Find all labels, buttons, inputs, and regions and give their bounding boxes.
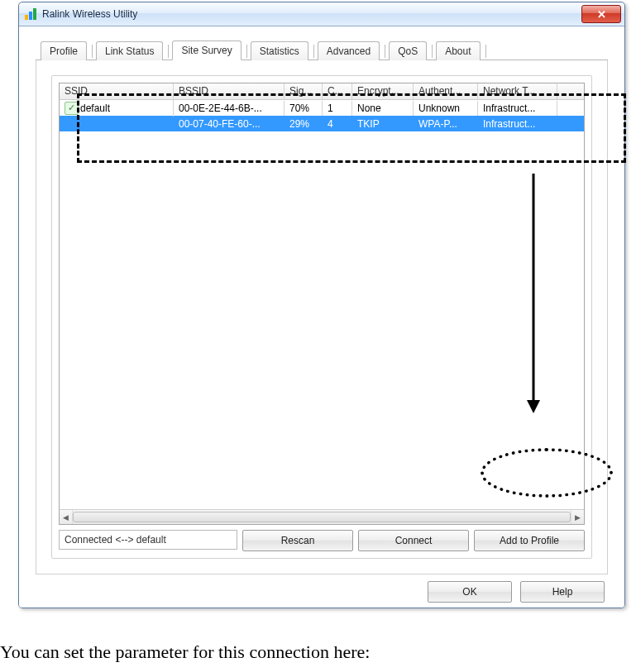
table-body: ✓default 00-0E-2E-44-6B-... 70% 1 None U… [60, 100, 584, 509]
svg-rect-0 [25, 15, 28, 20]
tab-label: About [445, 45, 471, 57]
table-header: SSID BSSID Sig... C... Encrypt... Authen… [60, 83, 584, 100]
cell-ssid [60, 122, 174, 126]
tab-bar: Profile Link Status Site Survey Statisti… [36, 40, 608, 60]
tab-about[interactable]: About [436, 41, 480, 60]
connected-icon: ✓ [65, 102, 79, 115]
network-list[interactable]: SSID BSSID Sig... C... Encrypt... Authen… [59, 83, 585, 525]
svg-rect-2 [33, 8, 36, 20]
button-label: Add to Profile [500, 535, 559, 546]
tab-advanced[interactable]: Advanced [318, 41, 380, 60]
rescan-button[interactable]: Rescan [242, 530, 353, 551]
tab-label: Advanced [327, 45, 371, 57]
cell-signal: 70% [285, 101, 323, 116]
tab-site-survey[interactable]: Site Survey [172, 41, 241, 60]
tab-separator [313, 45, 314, 58]
col-ssid[interactable]: SSID [60, 83, 174, 99]
site-survey-group: SSID BSSID Sig... C... Encrypt... Authen… [51, 75, 592, 559]
tab-separator [92, 45, 93, 58]
tab-separator [168, 45, 169, 58]
tab-label: QoS [398, 45, 418, 57]
tab-panel: SSID BSSID Sig... C... Encrypt... Authen… [36, 60, 608, 574]
action-row: Connected <--> default Rescan Connect Ad… [59, 530, 585, 551]
table-row[interactable]: 00-07-40-FE-60-... 29% 4 TKIP WPA-P... I… [60, 116, 584, 131]
col-bssid[interactable]: BSSID [174, 83, 285, 99]
col-signal[interactable]: Sig... [285, 83, 323, 99]
button-label: Rescan [281, 535, 315, 546]
titlebar[interactable]: Ralink Wireless Utility ✕ [19, 2, 624, 26]
table-row[interactable]: ✓default 00-0E-2E-44-6B-... 70% 1 None U… [60, 100, 584, 116]
scroll-left-icon[interactable]: ◀ [60, 510, 73, 524]
close-button[interactable]: ✕ [581, 5, 621, 23]
cell-network: Infrastruct... [478, 117, 557, 131]
cell-auth: WPA-P... [414, 117, 478, 131]
caption-text: You can set the parameter for this conne… [0, 641, 370, 663]
col-auth[interactable]: Authent... [414, 83, 478, 99]
tab-profile[interactable]: Profile [41, 41, 87, 60]
tab-label: Site Survey [181, 45, 232, 56]
button-label: Connect [395, 535, 433, 546]
app-window: Ralink Wireless Utility ✕ Profile Link S… [18, 2, 625, 608]
tab-separator [246, 45, 247, 58]
col-encrypt[interactable]: Encrypt... [352, 83, 414, 99]
tab-separator [432, 45, 433, 58]
status-text: Connected <--> default [59, 530, 237, 550]
client-area: Profile Link Status Site Survey Statisti… [19, 26, 624, 608]
dialog-buttons: OK Help [36, 574, 608, 603]
scroll-thumb[interactable] [73, 512, 571, 522]
cell-encrypt: TKIP [352, 117, 414, 131]
button-label: OK [462, 586, 476, 598]
ok-button[interactable]: OK [428, 581, 512, 603]
cell-bssid: 00-07-40-FE-60-... [174, 117, 285, 131]
add-to-profile-button[interactable]: Add to Profile [474, 530, 585, 551]
tab-label: Link Status [105, 45, 154, 57]
cell-channel: 1 [323, 101, 352, 116]
cell-network: Infrastruct... [478, 101, 557, 116]
tab-label: Statistics [260, 45, 299, 57]
help-button[interactable]: Help [520, 581, 605, 603]
svg-rect-1 [29, 12, 32, 20]
tab-link-status[interactable]: Link Status [96, 41, 163, 60]
cell-signal: 29% [285, 117, 323, 131]
app-icon [24, 7, 37, 21]
tab-separator [485, 45, 486, 58]
cell-channel: 4 [323, 117, 352, 131]
tab-statistics[interactable]: Statistics [251, 41, 308, 60]
cell-ssid: default [80, 102, 110, 114]
close-icon: ✕ [597, 8, 606, 21]
horizontal-scrollbar[interactable]: ◀ ▶ [60, 509, 584, 524]
cell-bssid: 00-0E-2E-44-6B-... [174, 101, 285, 116]
tab-separator [385, 45, 385, 58]
tab-qos[interactable]: QoS [389, 41, 427, 60]
cell-auth: Unknown [414, 101, 478, 116]
button-label: Help [552, 586, 573, 598]
col-network[interactable]: Network T... [478, 83, 557, 99]
connect-button[interactable]: Connect [358, 530, 469, 551]
col-channel[interactable]: C... [323, 83, 352, 99]
scroll-right-icon[interactable]: ▶ [571, 510, 584, 524]
tab-label: Profile [50, 45, 78, 57]
window-title: Ralink Wireless Utility [42, 8, 576, 20]
cell-encrypt: None [352, 101, 414, 116]
